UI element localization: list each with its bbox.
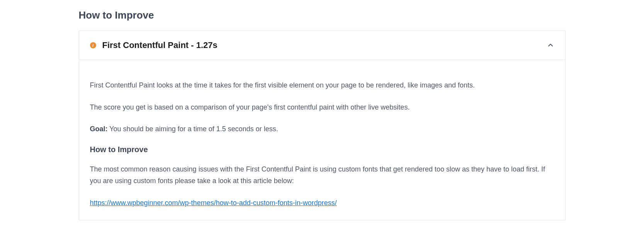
chevron-up-icon <box>547 41 554 49</box>
fcp-description-1: First Contentful Paint looks at the time… <box>90 79 554 91</box>
how-to-improve-heading: How to Improve <box>90 145 554 154</box>
accordion-title: First Contentful Paint - 1.27s <box>102 40 217 50</box>
custom-fonts-article-link[interactable]: https://www.wpbeginner.com/wp-themes/how… <box>90 199 337 207</box>
goal-label: Goal: <box>90 125 108 133</box>
page-title: How to Improve <box>79 9 566 21</box>
fcp-description-2: The score you get is based on a comparis… <box>90 101 554 113</box>
accordion-header-left: i First Contentful Paint - 1.27s <box>90 40 217 50</box>
accordion-header[interactable]: i First Contentful Paint - 1.27s <box>79 31 565 60</box>
fcp-goal: Goal: You should be aiming for a time of… <box>90 123 554 135</box>
fcp-improve-text: The most common reason causing issues wi… <box>90 163 554 187</box>
goal-text: You should be aiming for a time of 1.5 s… <box>108 125 278 133</box>
accordion-content: First Contentful Paint looks at the time… <box>79 60 565 220</box>
info-icon: i <box>90 42 96 48</box>
accordion-item-fcp: i First Contentful Paint - 1.27s First C… <box>79 31 566 220</box>
